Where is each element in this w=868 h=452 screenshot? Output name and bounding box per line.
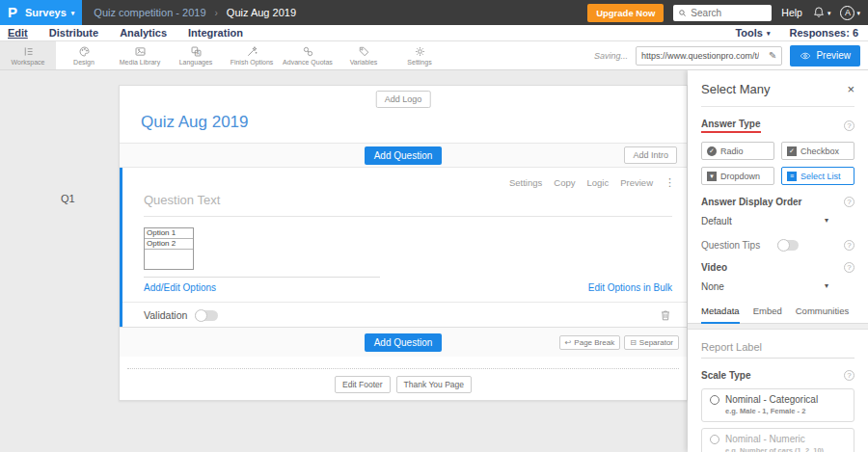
toggle-knob bbox=[195, 309, 207, 322]
scale-type-label: Scale Type bbox=[701, 370, 751, 381]
toolbar-item-variables[interactable]: Variables bbox=[336, 41, 392, 69]
add-edit-options-link[interactable]: Add/Edit Options bbox=[144, 282, 216, 293]
topbar-right: Upgrade Now Help ▾ A ▾ bbox=[587, 4, 868, 22]
add-question-row: Add Question Add Intro bbox=[120, 143, 687, 168]
answer-type-option-label: Select List bbox=[800, 172, 841, 181]
radio-button-icon[interactable] bbox=[710, 395, 719, 405]
section-nav: Edit Distribute Analytics Integration To… bbox=[0, 25, 868, 41]
search-box[interactable] bbox=[673, 5, 772, 21]
surveys-menu[interactable]: Surveys ▾ bbox=[25, 7, 74, 18]
top-bar: P Surveys ▾ Quiz competition - 2019 › Qu… bbox=[0, 0, 868, 25]
dropdown-icon: ▾ bbox=[707, 172, 717, 181]
tab-embed[interactable]: Embed bbox=[753, 306, 782, 323]
survey-canvas: Add Logo Quiz Aug 2019 Add Question Add … bbox=[119, 85, 688, 401]
search-input[interactable] bbox=[691, 8, 766, 18]
scale-option-nominal-numeric[interactable]: Nominal - Numeric e.g. Number of cars (1… bbox=[701, 428, 854, 452]
chevron-down-icon: ▾ bbox=[825, 216, 828, 226]
delete-question-button[interactable] bbox=[659, 308, 672, 322]
responses-count[interactable]: Responses: 6 bbox=[789, 27, 858, 39]
avatar: A bbox=[840, 6, 854, 20]
help-circle-icon[interactable]: ? bbox=[844, 197, 854, 207]
nav-item-distribute[interactable]: Distribute bbox=[49, 27, 98, 39]
thank-you-page-button[interactable]: Thank You Page bbox=[396, 376, 472, 393]
survey-url-input[interactable] bbox=[637, 51, 764, 61]
survey-url-box: ✎ bbox=[636, 46, 782, 66]
add-logo-button[interactable]: Add Logo bbox=[376, 91, 431, 108]
validation-row: Validation bbox=[144, 309, 218, 321]
add-question-row-2: Add Question ↩ Page Break ⊟ Separator bbox=[120, 327, 687, 357]
more-options-icon[interactable]: ⋮ bbox=[665, 176, 675, 189]
toolbar-item-design[interactable]: Design bbox=[56, 41, 112, 69]
toolbar-item-label: Workspace bbox=[12, 59, 45, 66]
toolbar-item-languages[interactable]: A Languages bbox=[168, 41, 224, 69]
scale-option-label: Nominal - Numeric bbox=[725, 434, 805, 444]
notifications-menu[interactable]: ▾ bbox=[812, 6, 831, 19]
scale-option-example: e.g. Male - 1, Female - 2 bbox=[725, 407, 846, 415]
breadcrumb-parent[interactable]: Quiz competition - 2019 bbox=[94, 7, 205, 18]
answer-type-option-label: Dropdown bbox=[720, 172, 760, 181]
toolbar-item-label: Media Library bbox=[120, 59, 160, 66]
answer-type-dropdown[interactable]: ▾ Dropdown bbox=[701, 167, 774, 185]
separator-icon: ⊟ bbox=[630, 338, 637, 347]
tools-menu[interactable]: Tools ▾ bbox=[735, 27, 770, 39]
help-circle-icon[interactable]: ? bbox=[844, 370, 854, 381]
question-tips-toggle[interactable] bbox=[777, 240, 799, 251]
breadcrumb-current[interactable]: Quiz Aug 2019 bbox=[227, 7, 296, 18]
survey-title[interactable]: Quiz Aug 2019 bbox=[141, 113, 249, 132]
radio-button-icon[interactable] bbox=[710, 435, 719, 444]
question-text-input[interactable]: Question Text bbox=[144, 193, 672, 217]
toolbar-item-finish-options[interactable]: Finish Options bbox=[224, 41, 280, 69]
toolbar-item-label: Finish Options bbox=[231, 59, 274, 66]
checkbox-icon: ✓ bbox=[787, 146, 797, 156]
nav-item-edit[interactable]: Edit bbox=[8, 27, 28, 39]
svg-text:A: A bbox=[196, 51, 199, 56]
nav-item-analytics[interactable]: Analytics bbox=[120, 27, 167, 39]
surveys-menu-label: Surveys bbox=[25, 7, 67, 18]
video-select[interactable]: None ▾ bbox=[701, 281, 828, 292]
validation-toggle[interactable] bbox=[195, 310, 218, 321]
question-logic-action[interactable]: Logic bbox=[586, 177, 609, 188]
panel-divider bbox=[701, 106, 854, 107]
help-circle-icon[interactable]: ? bbox=[844, 240, 854, 251]
question-copy-action[interactable]: Copy bbox=[554, 177, 575, 188]
page-break-button[interactable]: ↩ Page Break bbox=[559, 335, 621, 350]
option-item[interactable]: Option 2 bbox=[144, 238, 194, 250]
edit-footer-button[interactable]: Edit Footer bbox=[335, 376, 391, 393]
report-label-input[interactable] bbox=[701, 341, 854, 359]
question-divider bbox=[122, 302, 687, 303]
preview-button[interactable]: Preview bbox=[790, 45, 860, 66]
toolbar-item-settings[interactable]: Settings bbox=[392, 41, 448, 69]
help-circle-icon[interactable]: ? bbox=[844, 262, 854, 273]
canvas-header: Add Logo Quiz Aug 2019 bbox=[120, 86, 687, 143]
separator-button[interactable]: ⊟ Separator bbox=[624, 335, 679, 350]
answer-type-radio[interactable]: ✓ Radio bbox=[701, 142, 774, 160]
scale-option-row: Nominal - Categorical bbox=[710, 394, 846, 405]
edit-url-pencil-icon[interactable]: ✎ bbox=[764, 50, 781, 61]
toolbar-item-media-library[interactable]: Media Library bbox=[112, 41, 168, 69]
question-settings-action[interactable]: Settings bbox=[509, 177, 542, 188]
add-question-button-2[interactable]: Add Question bbox=[365, 333, 443, 352]
account-menu[interactable]: A ▾ bbox=[840, 6, 860, 20]
edit-options-in-bulk-link[interactable]: Edit Options in Bulk bbox=[588, 282, 672, 293]
close-icon[interactable]: × bbox=[847, 83, 854, 95]
tab-communities[interactable]: Communities bbox=[796, 306, 849, 323]
help-link[interactable]: Help bbox=[781, 7, 802, 18]
scale-option-nominal-categorical[interactable]: Nominal - Categorical e.g. Male - 1, Fem… bbox=[701, 388, 854, 422]
question-preview-action[interactable]: Preview bbox=[620, 177, 653, 188]
help-circle-icon[interactable]: ? bbox=[844, 120, 854, 131]
magic-wand-icon bbox=[246, 45, 258, 58]
answer-display-order-select[interactable]: Default ▾ bbox=[701, 216, 828, 226]
toolbar-item-advance-quotas[interactable]: Advance Quotas bbox=[280, 41, 336, 69]
gear-icon bbox=[414, 45, 426, 58]
add-intro-button[interactable]: Add Intro bbox=[624, 146, 677, 164]
add-question-button[interactable]: Add Question bbox=[365, 146, 443, 165]
upgrade-now-button[interactable]: Upgrade Now bbox=[587, 4, 664, 22]
subnav-right: Tools ▾ Responses: 6 bbox=[735, 27, 868, 39]
answer-type-checkbox[interactable]: ✓ Checkbox bbox=[781, 142, 854, 160]
nav-item-integration[interactable]: Integration bbox=[188, 27, 243, 39]
tab-metadata[interactable]: Metadata bbox=[701, 306, 740, 324]
scale-type-row: Scale Type ? bbox=[701, 370, 854, 381]
select-list-preview[interactable]: Option 1 Option 2 bbox=[144, 227, 194, 270]
answer-type-select-list[interactable]: ≡ Select List bbox=[781, 167, 854, 185]
toolbar-item-workspace[interactable]: Workspace bbox=[0, 41, 56, 69]
